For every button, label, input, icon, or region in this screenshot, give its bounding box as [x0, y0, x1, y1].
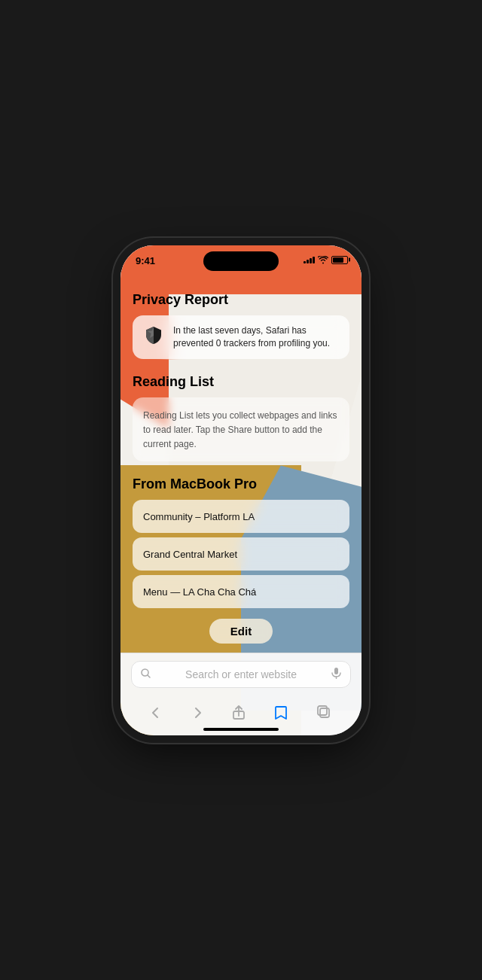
- nav-back-button[interactable]: [144, 703, 168, 723]
- shield-icon: [143, 325, 164, 346]
- tabs-icon: [317, 705, 332, 720]
- status-time: 9:41: [136, 254, 155, 266]
- phone-frame: 9:41: [120, 245, 362, 735]
- signal-bars-icon: [304, 256, 315, 263]
- home-indicator: [203, 728, 279, 731]
- search-icon: [141, 668, 151, 680]
- svg-line-1: [148, 675, 150, 677]
- battery-icon: [331, 256, 348, 264]
- reading-list-title: Reading List: [133, 374, 349, 390]
- macbook-title: From MacBook Pro: [133, 476, 349, 492]
- edit-button[interactable]: Edit: [209, 619, 273, 644]
- nav-share-button[interactable]: [226, 702, 252, 723]
- nav-bookmarks-button[interactable]: [268, 702, 294, 723]
- bookmark-item-2[interactable]: Menu — LA Cha Cha Chá: [133, 575, 349, 608]
- privacy-card: In the last seven days, Safari has preve…: [133, 315, 349, 360]
- bottom-toolbar: Search or enter website: [120, 653, 362, 735]
- wifi-icon: [318, 256, 328, 264]
- privacy-report-title: Privacy Report: [133, 292, 349, 308]
- back-chevron-icon: [150, 706, 162, 720]
- search-bar[interactable]: Search or enter website: [131, 661, 351, 688]
- bookmark-item-0[interactable]: Community – Platform LA: [133, 500, 349, 533]
- privacy-text: In the last seven days, Safari has preve…: [173, 324, 339, 351]
- main-content[interactable]: Privacy Report In the last seven days, S…: [120, 283, 362, 653]
- bookmark-label-0: Community – Platform LA: [143, 511, 255, 522]
- status-icons: [304, 254, 348, 264]
- reading-list-card: Reading List lets you collect webpages a…: [133, 397, 349, 461]
- search-bar-row[interactable]: Search or enter website: [120, 653, 362, 692]
- bookmarks-icon: [274, 705, 288, 720]
- svg-rect-5: [320, 708, 329, 717]
- bookmark-item-1[interactable]: Grand Central Market: [133, 537, 349, 571]
- nav-forward-button[interactable]: [185, 703, 209, 723]
- svg-rect-2: [334, 668, 338, 674]
- notch: [203, 251, 279, 271]
- reading-list-text: Reading List lets you collect webpages a…: [143, 410, 337, 449]
- bookmark-label-2: Menu — LA Cha Cha Chá: [143, 586, 256, 598]
- nav-tabs-button[interactable]: [311, 702, 338, 723]
- mic-icon: [331, 668, 341, 681]
- svg-rect-6: [318, 706, 327, 715]
- macbook-section: From MacBook Pro Community – Platform LA…: [133, 476, 349, 644]
- bookmark-label-1: Grand Central Market: [143, 549, 237, 560]
- search-placeholder: Search or enter website: [157, 668, 325, 680]
- forward-chevron-icon: [191, 706, 203, 720]
- share-icon: [232, 705, 246, 720]
